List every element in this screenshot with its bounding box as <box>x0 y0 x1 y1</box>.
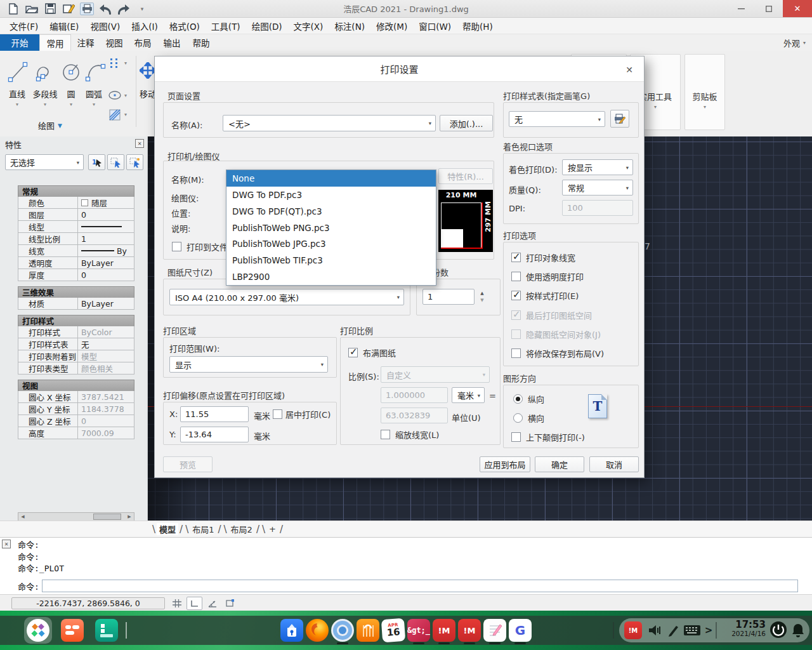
add-button[interactable]: 添加(.)... <box>440 115 493 131</box>
software-center-icon[interactable] <box>357 619 379 642</box>
section-header[interactable]: 打印样式 <box>18 315 134 326</box>
power-icon[interactable] <box>769 620 788 639</box>
table-row[interactable]: 线型 <box>18 221 134 233</box>
tab-layout1[interactable]: 布局1 <box>190 523 216 535</box>
dropdown-item[interactable]: PublishToWeb JPG.pc3 <box>226 235 436 252</box>
arc-tool-label[interactable]: 圆弧 <box>81 88 107 100</box>
arc-tool-icon[interactable] <box>84 60 108 87</box>
plot-transparency-checkbox[interactable]: 使用透明度打印 <box>511 270 584 282</box>
tab-annotate[interactable]: 注释 <box>71 34 100 51</box>
section-header[interactable]: 三维效果 <box>18 286 134 298</box>
polyline-tool-icon[interactable] <box>33 60 57 87</box>
plot-with-styles-checkbox[interactable]: 按样式打印(E) <box>511 289 579 302</box>
center-print-checkbox[interactable]: 居中打印(C) <box>273 408 331 420</box>
file-manager-icon[interactable] <box>95 619 118 642</box>
volume-icon[interactable] <box>646 621 664 639</box>
paperspace-last-checkbox[interactable]: 最后打印图纸空间 <box>511 309 592 321</box>
line-tool-label[interactable]: 直线 <box>4 88 30 100</box>
paper-size-combo[interactable]: ISO A4 (210.00 x 297.00 毫米)▾ <box>169 289 404 305</box>
menu-view[interactable]: 视图(V) <box>84 18 126 34</box>
plot-range-combo[interactable]: 显示▾ <box>169 356 328 373</box>
new-file-icon[interactable] <box>6 3 20 15</box>
table-row[interactable]: 打印样式ByColor <box>18 326 134 338</box>
shade-plot-combo[interactable]: 按显示▾ <box>562 159 633 175</box>
dialog-title-bar[interactable]: 打印设置 <box>155 56 644 82</box>
spin-up-icon[interactable]: ▲ <box>480 291 483 296</box>
copies-input[interactable]: 1 <box>422 289 475 305</box>
table-row[interactable]: 高度7000.09 <box>18 427 134 439</box>
table-row[interactable]: 圆心 X 坐标3787.5421 <box>18 391 134 403</box>
appearance-menu[interactable]: 外观▾ <box>783 34 806 51</box>
clipboard-dropdown-icon[interactable]: ▾ <box>685 104 724 110</box>
dropdown-item[interactable]: DWG To PDF.pc3 <box>226 187 436 203</box>
plot-lineweights-checkbox[interactable]: 打印对象线宽 <box>511 251 575 263</box>
menu-modify[interactable]: 修改(M) <box>370 18 413 34</box>
polyline-tool-label[interactable]: 多段线 <box>30 88 60 100</box>
table-row[interactable]: 颜色随层 <box>18 197 134 209</box>
ortho-toggle[interactable] <box>187 597 202 610</box>
apply-to-layout-button[interactable]: 应用到布局 <box>480 456 530 472</box>
table-row[interactable]: 材质ByLayer <box>18 298 134 310</box>
table-row[interactable]: 打印表附着到模型 <box>18 350 134 362</box>
polar-toggle[interactable] <box>204 597 220 610</box>
table-row[interactable]: 图层0 <box>18 209 134 221</box>
terminal-icon[interactable]: &gt;_ <box>407 619 430 642</box>
x-offset-input[interactable]: 11.55 <box>180 406 249 422</box>
clipboard-panel[interactable]: 剪贴板 ▾ <box>684 54 725 130</box>
scale-lineweights-checkbox[interactable]: 缩放线宽(L) <box>381 428 439 441</box>
upside-down-checkbox[interactable]: 上下颠倒打印(-) <box>511 431 585 443</box>
spin-down-icon[interactable]: ▼ <box>480 298 483 303</box>
printer-properties-button[interactable]: 特性(R)... <box>438 168 493 184</box>
tab-layout2[interactable]: 布局2 <box>228 523 255 535</box>
menu-tools[interactable]: 工具(T) <box>206 18 246 34</box>
circle-tool-label[interactable]: 圆 <box>61 88 81 100</box>
dpi-input[interactable]: 100 <box>562 200 633 216</box>
quality-combo[interactable]: 常规▾ <box>562 180 633 196</box>
multitask-view-icon[interactable] <box>61 619 84 642</box>
menu-file[interactable]: 文件(F) <box>4 18 44 34</box>
command-close-icon[interactable]: ✕ <box>2 540 11 548</box>
tab-model[interactable]: 模型 <box>157 523 178 535</box>
open-file-icon[interactable] <box>25 3 39 15</box>
grid-toggle[interactable] <box>169 597 185 610</box>
tab-add-layout[interactable]: + <box>266 524 278 534</box>
ok-button[interactable]: 确定 <box>535 456 584 472</box>
quick-select-button[interactable] <box>107 154 124 170</box>
keyboard-icon[interactable] <box>683 621 702 639</box>
scale-denominator-input[interactable]: 63.032839 <box>381 408 448 423</box>
ellipse-tool-icon[interactable] <box>108 90 122 103</box>
table-row[interactable]: 线型比例1 <box>18 233 134 245</box>
dropdown-item[interactable]: PublishToWeb TIF.pc3 <box>226 252 436 269</box>
scroll-left-icon[interactable]: ◀ <box>18 513 27 521</box>
draw-panel-launcher[interactable]: 绘图▼ <box>38 119 62 131</box>
minimize-button[interactable] <box>727 0 755 17</box>
arc-dropdown-icon[interactable]: ▾ <box>81 102 107 107</box>
title-bar[interactable]: ▾ 浩辰CAD 2021 - Drawing1.dwg ✕ <box>0 0 812 18</box>
y-offset-input[interactable]: -13.64 <box>180 427 249 442</box>
copies-spinner[interactable]: ▲ ▼ <box>477 289 487 305</box>
tab-common[interactable]: 常用 <box>39 34 71 51</box>
app-store-icon[interactable] <box>280 619 303 642</box>
save-as-icon[interactable] <box>62 3 75 15</box>
wps-tray-icon[interactable]: !M <box>624 621 642 639</box>
table-row[interactable]: 打印样式表无 <box>18 338 134 350</box>
menu-window[interactable]: 窗口(W) <box>413 18 457 34</box>
calendar-icon[interactable]: APR16 <box>381 618 405 642</box>
menu-format[interactable]: 格式(O) <box>164 18 206 34</box>
qat-more-icon[interactable]: ▾ <box>135 3 149 15</box>
dropdown-item[interactable]: DWG To PDF(QT).pc3 <box>226 203 436 220</box>
page-setup-combo[interactable]: <无>▾ <box>223 115 436 131</box>
undo-icon[interactable] <box>98 3 112 15</box>
tab-output[interactable]: 输出 <box>157 34 187 51</box>
maximize-button[interactable] <box>755 0 783 17</box>
save-changes-layout-checkbox[interactable]: 将修改保存到布局(V) <box>511 347 604 359</box>
polyline-dropdown-icon[interactable]: ▾ <box>30 102 60 107</box>
menu-dimension[interactable]: 标注(N) <box>329 18 370 34</box>
menu-draw[interactable]: 绘图(D) <box>246 18 288 34</box>
menu-text[interactable]: 文字(X) <box>288 18 329 34</box>
start-tab[interactable]: 开始 <box>0 34 39 51</box>
menu-insert[interactable]: 插入(I) <box>126 18 164 34</box>
palette-hscrollbar[interactable]: ◀ ▶ <box>18 512 134 521</box>
table-row[interactable]: 透明度ByLayer <box>18 257 134 269</box>
point-tool-icon[interactable] <box>109 57 121 71</box>
